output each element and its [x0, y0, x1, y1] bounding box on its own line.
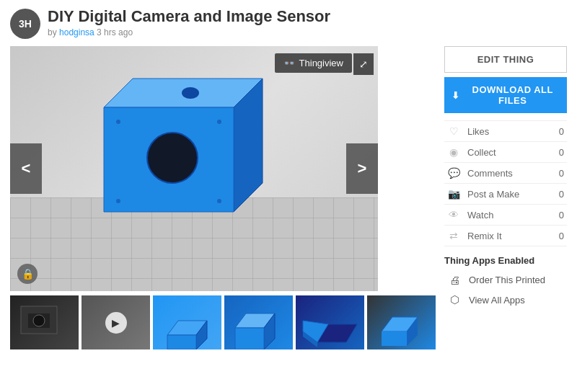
edit-thing-button[interactable]: EDIT THING: [444, 46, 567, 73]
lock-icon: 🔒: [22, 268, 34, 280]
thumb3-svg: [153, 295, 221, 349]
fullscreen-button[interactable]: ⤢: [353, 53, 374, 75]
svg-marker-17: [235, 328, 264, 349]
thingiview-button[interactable]: 👓 Thingiview: [275, 53, 352, 73]
thumbnail-1[interactable]: [10, 295, 79, 349]
remix-label: Remix It: [467, 231, 545, 241]
order-printed-label: Order This Printed: [469, 275, 545, 285]
model-scene: [10, 46, 378, 291]
sidebar: EDIT THING ⬇ DOWNLOAD ALL FILES ♡ Likes …: [444, 46, 567, 349]
post-make-label: Post a Make: [467, 189, 545, 200]
svg-point-11: [33, 315, 45, 326]
printer-icon: 🖨: [447, 274, 462, 286]
camera-icon: 📷: [447, 188, 460, 200]
view-all-apps-row[interactable]: ⬡ View All Apps: [444, 290, 567, 310]
remix-icon: ⇄: [447, 230, 460, 241]
model-svg: [46, 68, 284, 255]
site-logo: 3H: [10, 9, 40, 39]
title-block: DIY Digital Camera and Image Sensor by h…: [48, 7, 330, 37]
play-icon: ▶: [105, 312, 127, 334]
author-link[interactable]: hodginsa: [59, 27, 94, 37]
likes-label: Likes: [467, 126, 545, 137]
download-icon: ⬇: [452, 90, 460, 101]
svg-point-6: [116, 199, 120, 203]
heart-icon: ♡: [447, 125, 460, 137]
lock-badge: 🔒: [17, 264, 38, 284]
comments-label: Comments: [467, 168, 545, 179]
thumbnail-2[interactable]: ▶: [82, 295, 150, 349]
next-button[interactable]: >: [346, 143, 378, 194]
page-title: DIY Digital Camera and Image Sensor: [48, 7, 330, 26]
thumbnail-6[interactable]: [367, 295, 436, 349]
svg-point-7: [217, 199, 221, 203]
thumb1-svg: [10, 295, 79, 349]
remix-row[interactable]: ⇄ Remix It 0: [444, 226, 567, 246]
collect-icon: ◉: [447, 146, 460, 158]
svg-point-4: [116, 120, 120, 124]
svg-point-3: [147, 133, 198, 183]
svg-marker-14: [167, 335, 196, 349]
likes-count: 0: [552, 126, 564, 137]
comments-row[interactable]: 💬 Comments 0: [444, 163, 567, 184]
collect-row[interactable]: ◉ Collect 0: [444, 142, 567, 163]
comments-count: 0: [552, 168, 564, 179]
image-section: 👓 Thingiview ⤢ < > 🔒: [10, 46, 436, 349]
collect-count: 0: [552, 147, 564, 158]
content-row: 👓 Thingiview ⤢ < > 🔒: [10, 46, 567, 349]
thumbnail-3[interactable]: [153, 295, 221, 349]
model-viewer: 👓 Thingiview ⤢ < > 🔒: [10, 46, 378, 291]
svg-marker-23: [382, 331, 407, 346]
watch-count: 0: [552, 210, 564, 220]
post-make-row[interactable]: 📷 Post a Make 0: [444, 184, 567, 205]
eye-icon: 👁: [447, 209, 460, 220]
thumb4-svg: [224, 295, 293, 349]
watch-label: Watch: [467, 210, 545, 220]
remix-count: 0: [552, 231, 564, 241]
header: 3H DIY Digital Camera and Image Sensor b…: [10, 7, 567, 39]
subtitle: by hodginsa 3 hrs ago: [48, 27, 330, 37]
thumb6-svg: [367, 295, 436, 349]
download-all-button[interactable]: ⬇ DOWNLOAD ALL FILES: [444, 77, 567, 113]
fullscreen-icon: ⤢: [359, 58, 368, 70]
apps-title: Thing Apps Enabled: [444, 255, 567, 266]
apps-icon: ⬡: [447, 293, 462, 306]
post-make-count: 0: [552, 189, 564, 200]
watch-row[interactable]: 👁 Watch 0: [444, 205, 567, 226]
thumb5-svg: [296, 295, 364, 349]
thumbnail-4[interactable]: [224, 295, 293, 349]
stats-list: ♡ Likes 0 ◉ Collect 0 💬 Comments 0: [444, 120, 567, 246]
svg-point-5: [217, 120, 221, 124]
prev-button[interactable]: <: [10, 143, 42, 194]
likes-row[interactable]: ♡ Likes 0: [444, 121, 567, 142]
collect-label: Collect: [467, 147, 545, 158]
svg-point-8: [182, 87, 199, 99]
thumbnail-strip: ▶: [10, 295, 436, 349]
view-all-apps-label: View All Apps: [469, 295, 525, 306]
apps-section: Thing Apps Enabled 🖨 Order This Printed …: [444, 255, 567, 310]
comments-icon: 💬: [447, 167, 460, 179]
page-wrapper: 3H DIY Digital Camera and Image Sensor b…: [0, 0, 577, 349]
order-printed-row[interactable]: 🖨 Order This Printed: [444, 270, 567, 290]
thingiview-icon: 👓: [283, 58, 295, 68]
thumbnail-5[interactable]: [296, 295, 364, 349]
